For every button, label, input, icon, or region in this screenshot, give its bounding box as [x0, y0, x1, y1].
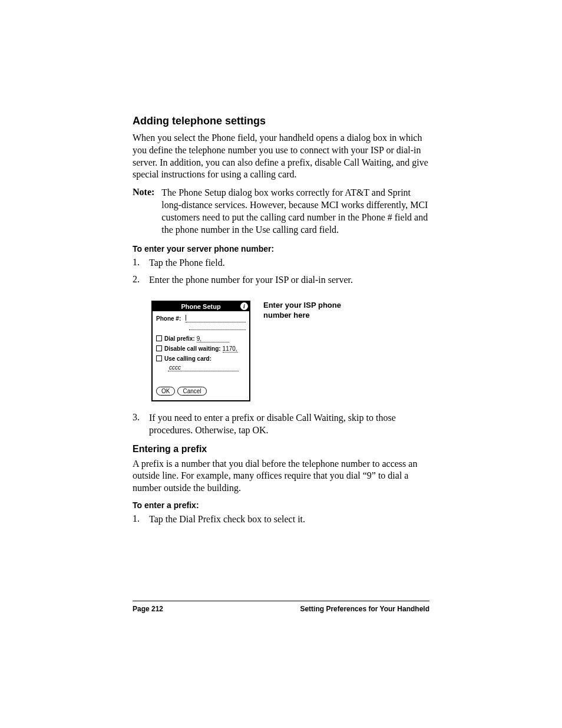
- note-label: Note:: [133, 187, 161, 236]
- ok-button[interactable]: OK: [156, 387, 175, 396]
- step-text: Enter the phone number for your ISP or d…: [149, 274, 353, 286]
- phone-number-label: Phone #:: [156, 315, 181, 322]
- dialog-illustration: Phone Setup i Phone #: Dial prefix: 9,: [151, 301, 429, 401]
- page-footer: Page 212 Setting Preferences for Your Ha…: [133, 601, 429, 613]
- step-item: 2. Enter the phone number for your ISP o…: [133, 274, 429, 286]
- step-number: 3.: [133, 412, 149, 437]
- disable-call-waiting-value[interactable]: 1170,: [223, 345, 238, 353]
- note-text: The Phone Setup dialog box works correct…: [161, 187, 429, 236]
- step-item: 1. Tap the Phone field.: [133, 257, 429, 269]
- dial-prefix-checkbox[interactable]: [156, 335, 162, 341]
- phone-number-input-line2[interactable]: [189, 324, 246, 330]
- disable-call-waiting-checkbox[interactable]: [156, 345, 162, 351]
- use-calling-card-checkbox[interactable]: [156, 355, 162, 361]
- procedure-heading-1: To enter your server phone number:: [133, 244, 429, 253]
- dialog-title: Phone Setup: [181, 303, 220, 310]
- info-icon[interactable]: i: [240, 302, 248, 310]
- procedure-heading-2: To enter a prefix:: [133, 500, 429, 510]
- dialog-titlebar: Phone Setup i: [153, 302, 249, 311]
- step-text: Tap the Dial Prefix check box to select …: [149, 513, 305, 526]
- disable-call-waiting-label: Disable call waiting:: [164, 345, 221, 352]
- page-number: Page 212: [133, 605, 163, 613]
- phone-number-row: Phone #:: [156, 315, 246, 322]
- dial-prefix-label: Dial prefix:: [164, 335, 195, 342]
- use-calling-card-label: Use calling card:: [164, 355, 211, 362]
- section-heading-2: Entering a prefix: [133, 444, 429, 454]
- phone-setup-dialog: Phone Setup i Phone #: Dial prefix: 9,: [151, 301, 250, 401]
- calling-card-input[interactable]: cccc: [168, 364, 239, 371]
- disable-call-waiting-row: Disable call waiting: 1170,: [156, 345, 246, 353]
- step-item: 3. If you need to enter a prefix or disa…: [133, 412, 429, 437]
- step-number: 1.: [133, 513, 149, 526]
- note-block: Note: The Phone Setup dialog box works c…: [133, 187, 429, 236]
- cancel-button[interactable]: Cancel: [177, 387, 206, 396]
- step-text: Tap the Phone field.: [149, 257, 225, 269]
- step-text: If you need to enter a prefix or disable…: [149, 412, 429, 437]
- use-calling-card-row: Use calling card:: [156, 355, 246, 362]
- step-number: 1.: [133, 257, 149, 269]
- intro-paragraph: When you select the Phone field, your ha…: [133, 132, 429, 181]
- section-heading: Adding telephone settings: [133, 115, 429, 127]
- step-item: 1. Tap the Dial Prefix check box to sele…: [133, 513, 429, 526]
- prefix-paragraph: A prefix is a number that you dial befor…: [133, 458, 429, 495]
- callout-text: Enter your ISP phone number here: [263, 301, 352, 321]
- dial-prefix-row: Dial prefix: 9,: [156, 335, 246, 342]
- chapter-title: Setting Preferences for Your Handheld: [300, 605, 429, 613]
- phone-number-input[interactable]: [186, 315, 246, 322]
- dial-prefix-value[interactable]: 9,: [197, 335, 229, 342]
- step-number: 2.: [133, 274, 149, 286]
